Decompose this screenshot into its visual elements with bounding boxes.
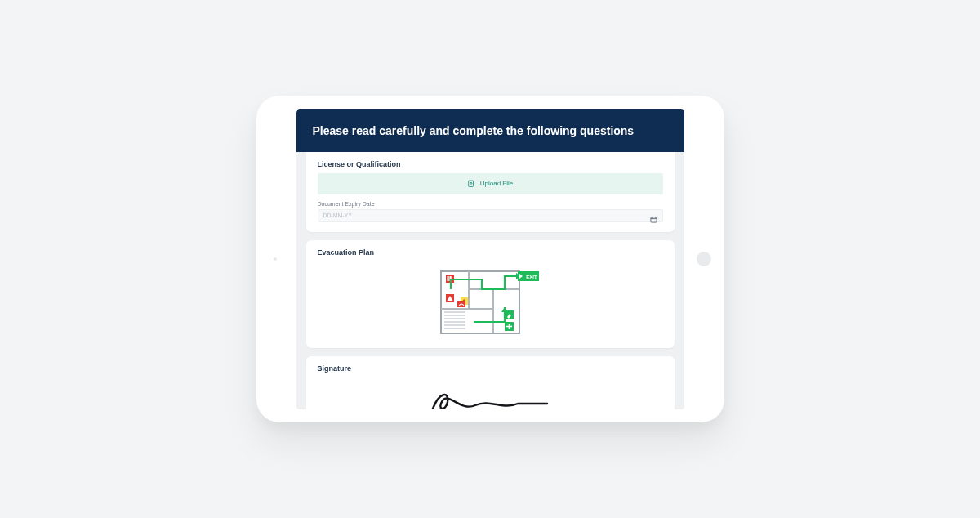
header-title: Please read carefully and complete the f…: [313, 124, 635, 137]
exit-sign: EXIT: [518, 271, 539, 281]
svg-rect-17: [448, 276, 449, 281]
home-button[interactable]: [697, 252, 711, 266]
license-card: License or Qualification Upload File Doc…: [306, 152, 675, 232]
exit-label-text: EXIT: [526, 275, 537, 279]
svg-rect-1: [650, 217, 656, 222]
evacuation-plan-image: EXIT: [306, 261, 675, 348]
upload-file-button[interactable]: Upload File: [318, 173, 663, 194]
signature-section-title: Signature: [306, 356, 675, 377]
signature-card: Signature: [306, 356, 675, 409]
camera-dot: [274, 257, 277, 261]
tablet-frame: Please read carefully and complete the f…: [256, 96, 724, 422]
upload-file-label: Upload File: [480, 180, 513, 187]
app-screen: Please read carefully and complete the f…: [296, 109, 684, 409]
signature-pad[interactable]: [306, 377, 675, 409]
expiry-date-placeholder: DD-MM-YY: [323, 212, 353, 218]
floorplan-graphic: EXIT: [439, 265, 541, 337]
evacuation-card: Evacuation Plan: [306, 240, 675, 348]
signature-stroke: [425, 382, 555, 409]
calendar-icon: [650, 212, 657, 219]
expiry-date-input[interactable]: DD-MM-YY: [318, 209, 663, 222]
expiry-date-label: Document Expiry Date: [306, 201, 675, 209]
upload-icon: [467, 180, 475, 188]
license-section-title: License or Qualification: [306, 152, 675, 173]
header-bar: Please read carefully and complete the f…: [296, 109, 684, 152]
content-area[interactable]: License or Qualification Upload File Doc…: [296, 152, 684, 409]
evacuation-section-title: Evacuation Plan: [306, 240, 675, 261]
